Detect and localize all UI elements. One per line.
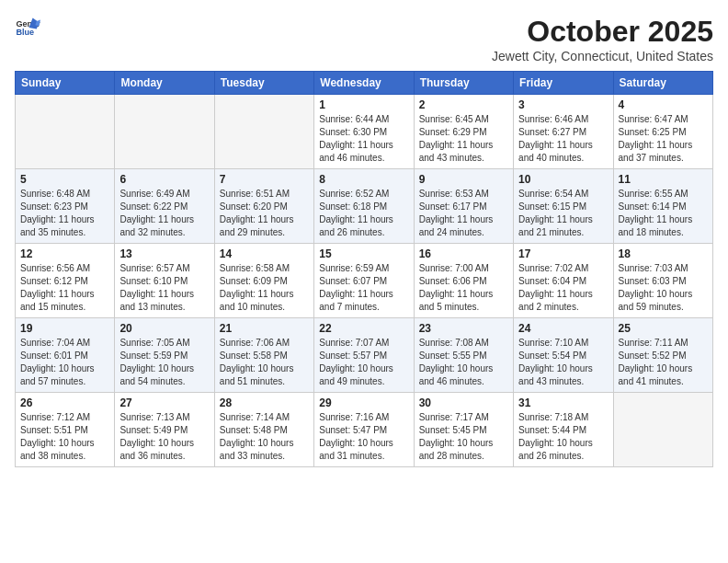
calendar-cell <box>214 95 313 169</box>
calendar-table: SundayMondayTuesdayWednesdayThursdayFrid… <box>15 71 713 467</box>
calendar-cell: 25Sunrise: 7:11 AM Sunset: 5:52 PM Dayli… <box>613 318 712 393</box>
day-info: Sunrise: 6:52 AM Sunset: 6:18 PM Dayligh… <box>319 188 408 239</box>
calendar-cell: 21Sunrise: 7:06 AM Sunset: 5:58 PM Dayli… <box>214 318 313 393</box>
calendar-cell: 13Sunrise: 6:57 AM Sunset: 6:10 PM Dayli… <box>115 244 214 318</box>
calendar-cell: 30Sunrise: 7:17 AM Sunset: 5:45 PM Dayli… <box>414 393 513 467</box>
calendar-cell: 22Sunrise: 7:07 AM Sunset: 5:57 PM Dayli… <box>314 318 414 393</box>
location-subtitle: Jewett City, Connecticut, United States <box>492 49 713 63</box>
header-tuesday: Tuesday <box>214 72 313 95</box>
calendar-cell: 23Sunrise: 7:08 AM Sunset: 5:55 PM Dayli… <box>414 318 513 393</box>
calendar-cell: 2Sunrise: 6:45 AM Sunset: 6:29 PM Daylig… <box>414 95 513 169</box>
day-number: 23 <box>419 322 508 335</box>
calendar-cell: 7Sunrise: 6:51 AM Sunset: 6:20 PM Daylig… <box>214 169 313 244</box>
header-wednesday: Wednesday <box>314 72 414 95</box>
week-row-2: 5Sunrise: 6:48 AM Sunset: 6:23 PM Daylig… <box>16 169 713 244</box>
calendar-cell <box>16 95 115 169</box>
day-info: Sunrise: 7:17 AM Sunset: 5:45 PM Dayligh… <box>419 411 508 463</box>
calendar-cell: 20Sunrise: 7:05 AM Sunset: 5:59 PM Dayli… <box>115 318 214 393</box>
calendar-cell: 17Sunrise: 7:02 AM Sunset: 6:04 PM Dayli… <box>514 244 613 318</box>
calendar-cell: 11Sunrise: 6:55 AM Sunset: 6:14 PM Dayli… <box>613 169 712 244</box>
calendar-cell: 31Sunrise: 7:18 AM Sunset: 5:44 PM Dayli… <box>514 393 613 467</box>
day-info: Sunrise: 7:16 AM Sunset: 5:47 PM Dayligh… <box>319 411 408 463</box>
day-number: 31 <box>518 396 608 409</box>
day-number: 3 <box>518 98 608 111</box>
day-info: Sunrise: 6:54 AM Sunset: 6:15 PM Dayligh… <box>518 188 608 239</box>
day-number: 21 <box>220 322 309 335</box>
week-row-4: 19Sunrise: 7:04 AM Sunset: 6:01 PM Dayli… <box>16 318 713 393</box>
day-number: 30 <box>419 396 508 409</box>
calendar-cell: 3Sunrise: 6:46 AM Sunset: 6:27 PM Daylig… <box>514 95 613 169</box>
week-row-5: 26Sunrise: 7:12 AM Sunset: 5:51 PM Dayli… <box>16 393 713 467</box>
day-number: 18 <box>619 247 708 260</box>
title-section: October 2025 Jewett City, Connecticut, U… <box>492 15 713 63</box>
calendar-cell: 9Sunrise: 6:53 AM Sunset: 6:17 PM Daylig… <box>414 169 513 244</box>
day-number: 11 <box>619 173 708 186</box>
day-number: 25 <box>619 322 708 335</box>
page-header: General Blue October 2025 Jewett City, C… <box>15 15 713 63</box>
day-info: Sunrise: 7:10 AM Sunset: 5:54 PM Dayligh… <box>518 337 608 388</box>
day-info: Sunrise: 6:45 AM Sunset: 6:29 PM Dayligh… <box>419 113 508 165</box>
logo-icon: General Blue <box>15 15 40 40</box>
day-info: Sunrise: 6:55 AM Sunset: 6:14 PM Dayligh… <box>619 188 708 239</box>
calendar-cell: 4Sunrise: 6:47 AM Sunset: 6:25 PM Daylig… <box>613 95 712 169</box>
day-number: 19 <box>20 322 109 335</box>
day-info: Sunrise: 7:18 AM Sunset: 5:44 PM Dayligh… <box>518 411 608 463</box>
day-info: Sunrise: 6:47 AM Sunset: 6:25 PM Dayligh… <box>619 113 708 165</box>
day-info: Sunrise: 7:11 AM Sunset: 5:52 PM Dayligh… <box>619 337 708 388</box>
calendar-cell: 14Sunrise: 6:58 AM Sunset: 6:09 PM Dayli… <box>214 244 313 318</box>
day-info: Sunrise: 6:53 AM Sunset: 6:17 PM Dayligh… <box>419 188 508 239</box>
calendar-cell: 19Sunrise: 7:04 AM Sunset: 6:01 PM Dayli… <box>16 318 115 393</box>
calendar-cell: 12Sunrise: 6:56 AM Sunset: 6:12 PM Dayli… <box>16 244 115 318</box>
day-info: Sunrise: 7:07 AM Sunset: 5:57 PM Dayligh… <box>319 337 408 388</box>
day-number: 4 <box>619 98 708 111</box>
day-number: 13 <box>119 247 209 260</box>
header-saturday: Saturday <box>613 72 712 95</box>
day-number: 2 <box>419 98 508 111</box>
day-info: Sunrise: 7:03 AM Sunset: 6:03 PM Dayligh… <box>619 262 708 314</box>
day-number: 5 <box>20 173 109 186</box>
day-info: Sunrise: 6:44 AM Sunset: 6:30 PM Dayligh… <box>319 113 408 165</box>
calendar-cell: 5Sunrise: 6:48 AM Sunset: 6:23 PM Daylig… <box>16 169 115 244</box>
week-row-3: 12Sunrise: 6:56 AM Sunset: 6:12 PM Dayli… <box>16 244 713 318</box>
calendar-cell: 28Sunrise: 7:14 AM Sunset: 5:48 PM Dayli… <box>214 393 313 467</box>
day-number: 8 <box>319 173 408 186</box>
day-number: 14 <box>220 247 309 260</box>
calendar-cell: 6Sunrise: 6:49 AM Sunset: 6:22 PM Daylig… <box>115 169 214 244</box>
day-info: Sunrise: 7:00 AM Sunset: 6:06 PM Dayligh… <box>419 262 508 314</box>
calendar-cell <box>115 95 214 169</box>
day-number: 6 <box>119 173 209 186</box>
calendar-cell: 29Sunrise: 7:16 AM Sunset: 5:47 PM Dayli… <box>314 393 414 467</box>
day-info: Sunrise: 6:57 AM Sunset: 6:10 PM Dayligh… <box>119 262 209 314</box>
calendar-cell: 18Sunrise: 7:03 AM Sunset: 6:03 PM Dayli… <box>613 244 712 318</box>
day-number: 29 <box>319 396 408 409</box>
day-info: Sunrise: 6:58 AM Sunset: 6:09 PM Dayligh… <box>220 262 309 314</box>
calendar-cell: 1Sunrise: 6:44 AM Sunset: 6:30 PM Daylig… <box>314 95 414 169</box>
day-number: 17 <box>518 247 608 260</box>
header-friday: Friday <box>514 72 613 95</box>
day-number: 27 <box>119 396 209 409</box>
header-monday: Monday <box>115 72 214 95</box>
day-number: 16 <box>419 247 508 260</box>
calendar-cell <box>613 393 712 467</box>
calendar-cell: 24Sunrise: 7:10 AM Sunset: 5:54 PM Dayli… <box>514 318 613 393</box>
day-info: Sunrise: 6:49 AM Sunset: 6:22 PM Dayligh… <box>119 188 209 239</box>
day-info: Sunrise: 7:12 AM Sunset: 5:51 PM Dayligh… <box>20 411 109 463</box>
header-sunday: Sunday <box>16 72 115 95</box>
calendar-cell: 15Sunrise: 6:59 AM Sunset: 6:07 PM Dayli… <box>314 244 414 318</box>
day-number: 22 <box>319 322 408 335</box>
day-number: 7 <box>220 173 309 186</box>
day-number: 26 <box>20 396 109 409</box>
day-info: Sunrise: 6:59 AM Sunset: 6:07 PM Dayligh… <box>319 262 408 314</box>
day-info: Sunrise: 7:04 AM Sunset: 6:01 PM Dayligh… <box>20 337 109 388</box>
calendar-cell: 10Sunrise: 6:54 AM Sunset: 6:15 PM Dayli… <box>514 169 613 244</box>
weekday-header-row: SundayMondayTuesdayWednesdayThursdayFrid… <box>16 72 713 95</box>
calendar-cell: 8Sunrise: 6:52 AM Sunset: 6:18 PM Daylig… <box>314 169 414 244</box>
week-row-1: 1Sunrise: 6:44 AM Sunset: 6:30 PM Daylig… <box>16 95 713 169</box>
day-number: 15 <box>319 247 408 260</box>
day-info: Sunrise: 6:46 AM Sunset: 6:27 PM Dayligh… <box>518 113 608 165</box>
day-info: Sunrise: 6:48 AM Sunset: 6:23 PM Dayligh… <box>20 188 109 239</box>
day-info: Sunrise: 7:02 AM Sunset: 6:04 PM Dayligh… <box>518 262 608 314</box>
logo: General Blue <box>15 15 40 40</box>
svg-text:Blue: Blue <box>16 28 34 37</box>
day-number: 24 <box>518 322 608 335</box>
